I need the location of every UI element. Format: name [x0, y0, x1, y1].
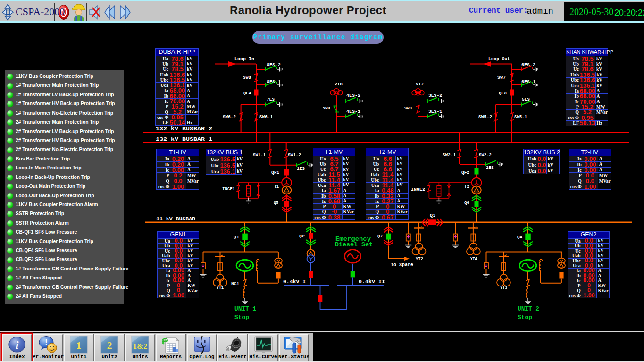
svg-text:4ES-1: 4ES-1 [346, 109, 360, 114]
svg-text:QF3: QF3 [499, 91, 507, 96]
svg-text:4ES-2: 4ES-2 [346, 93, 360, 98]
svg-text:132 kV BUSBAR 1: 132 kV BUSBAR 1 [156, 136, 212, 142]
svg-text:SW6-1: SW6-1 [259, 114, 273, 119]
svg-text:0.4kV I: 0.4kV I [283, 279, 306, 285]
svg-text:Q3: Q3 [430, 213, 435, 218]
svg-text:T1: T1 [274, 184, 279, 189]
svg-text:3ES-1: 3ES-1 [428, 109, 442, 114]
svg-text:INGE1: INGE1 [222, 186, 235, 192]
svg-text:SW2-2: SW2-2 [479, 152, 492, 158]
svg-text:YT1: YT1 [217, 286, 224, 290]
svg-text:NG1: NG1 [231, 281, 239, 286]
svg-text:1&2: 1&2 [133, 342, 147, 351]
svg-text:!: ! [45, 338, 47, 346]
svg-text:5ES: 5ES [522, 97, 530, 102]
svg-text:Q5: Q5 [274, 200, 278, 205]
svg-text:2: 2 [107, 339, 112, 351]
svg-text:0.4kV II: 0.4kV II [359, 279, 385, 285]
svg-text:INGE2: INGE2 [411, 187, 425, 192]
svg-text:Stop: Stop [518, 314, 532, 321]
svg-text:8ES-1: 8ES-1 [267, 79, 281, 84]
svg-text:8ES-2: 8ES-2 [267, 62, 281, 67]
svg-text:6ES-1: 6ES-1 [521, 79, 535, 84]
svg-text:SW3: SW3 [404, 106, 412, 111]
svg-text:Q7: Q7 [377, 234, 383, 239]
svg-text:SW6-2: SW6-2 [223, 114, 236, 119]
svg-text:Q6: Q6 [464, 200, 469, 205]
svg-text:Loop Out: Loop Out [488, 56, 510, 62]
svg-text:VT8: VT8 [335, 82, 343, 87]
svg-text:QF1: QF1 [271, 170, 279, 175]
svg-text:QF4: QF4 [243, 91, 251, 96]
svg-text:VT7: VT7 [416, 82, 424, 87]
svg-text:QF2: QF2 [461, 170, 469, 175]
svg-text:11 kV BUSBAR: 11 kV BUSBAR [156, 216, 196, 222]
svg-text:UNIT 2: UNIT 2 [518, 306, 539, 312]
svg-text:132 kV BUSBAR 2: 132 kV BUSBAR 2 [156, 126, 212, 132]
svg-text:i: i [16, 339, 19, 351]
svg-text:UNIT 1: UNIT 1 [234, 306, 256, 312]
svg-text:YT2: YT2 [416, 257, 423, 261]
svg-text:Loop In: Loop In [234, 56, 254, 62]
svg-text:2ES: 2ES [486, 165, 494, 170]
svg-text:SW8: SW8 [243, 75, 251, 80]
svg-text:YT3: YT3 [500, 286, 507, 290]
svg-text:SW1-2: SW1-2 [288, 152, 301, 158]
svg-text:SW2-1: SW2-1 [443, 152, 456, 158]
svg-text:3ES-2: 3ES-2 [428, 93, 442, 98]
svg-text:SW7: SW7 [497, 75, 506, 80]
svg-text:6ES-2: 6ES-2 [521, 62, 535, 67]
svg-text:SW5-2: SW5-2 [478, 114, 492, 119]
svg-text:SW1-1: SW1-1 [253, 152, 266, 158]
svg-text:To Spare: To Spare [391, 262, 413, 268]
svg-text:SW4: SW4 [323, 106, 330, 111]
svg-text:Q2: Q2 [299, 234, 305, 239]
svg-text:T2: T2 [464, 184, 469, 189]
svg-text:1ES: 1ES [297, 166, 305, 171]
svg-text:1: 1 [76, 339, 82, 351]
svg-text:7ES: 7ES [267, 97, 275, 102]
svg-text:SW5-1: SW5-1 [514, 114, 527, 119]
svg-text:Q1: Q1 [234, 235, 239, 240]
svg-text:YT4: YT4 [470, 257, 477, 261]
svg-text:Q4: Q4 [517, 235, 522, 240]
svg-text:Stop: Stop [234, 314, 249, 321]
svg-text:Diesel Set: Diesel Set [335, 242, 373, 248]
